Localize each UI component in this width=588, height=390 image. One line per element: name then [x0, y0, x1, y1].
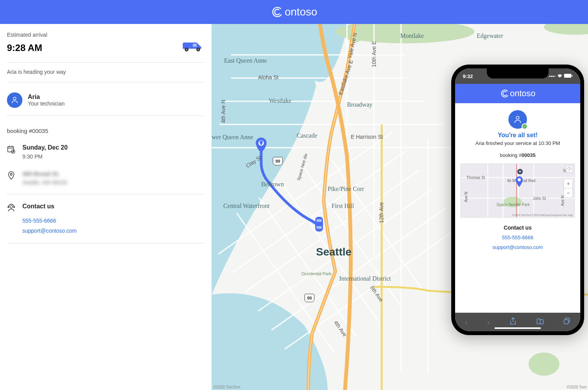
- phone-content: ✓ You're all set! Aria finished your ser…: [455, 103, 580, 261]
- svg-rect-64: [520, 171, 520, 172]
- svg-point-22: [529, 353, 559, 376]
- map-park-label: Space Needle Park: [496, 203, 530, 207]
- tabs-icon[interactable]: [563, 318, 570, 327]
- map-label: International District: [339, 275, 391, 282]
- map-label: Montlake: [400, 32, 424, 39]
- nav-back-button[interactable]: ‹: [465, 318, 467, 327]
- address-line2: Seattle, WA 98109: [22, 179, 67, 186]
- address-line1: 400 Broad St.: [22, 170, 67, 177]
- avatar-icon: [7, 92, 22, 108]
- booking-date: Sunday, Dec 20: [22, 144, 68, 151]
- zoom-out-button[interactable]: −: [564, 188, 573, 198]
- map-label: Central Waterfront: [223, 203, 270, 209]
- contact-title: Contact us: [22, 203, 54, 210]
- map-label: First Hill: [331, 203, 354, 209]
- confirmation-title: You're all set!: [461, 132, 575, 139]
- map-attribution: ©2020 TomTom: [213, 385, 240, 389]
- map-street-label: 12th Ave: [378, 202, 384, 223]
- wifi-icon: [557, 73, 563, 79]
- map-park-label: Occidental Park: [301, 271, 331, 276]
- svg-point-65: [518, 178, 521, 181]
- contact-email-link[interactable]: support@contoso.com: [22, 228, 204, 234]
- map-street-label: 10th Ave E: [371, 41, 377, 67]
- brand-logo: ontoso: [271, 5, 317, 19]
- headset-icon: [7, 204, 15, 212]
- avatar-icon: ✓: [508, 110, 527, 129]
- map-label: Edgewater: [477, 32, 503, 39]
- phone-header: ontoso: [455, 84, 580, 103]
- svg-point-6: [197, 49, 199, 50]
- map-label: Westlake: [269, 97, 291, 104]
- logo-c-icon: [500, 89, 510, 99]
- map-label: East Queen Anne: [224, 57, 267, 64]
- phone-status-icons: ▪▪▪▫: [549, 73, 573, 79]
- location-pin-icon: [515, 176, 523, 189]
- phone-booking-number: booking #00035: [461, 152, 575, 158]
- battery-icon: [564, 73, 573, 79]
- confirmation-desc: Aria finished your service at 10:30 PM: [461, 140, 575, 146]
- contact-phone-link[interactable]: 555-555-6666: [22, 218, 204, 224]
- tracking-map[interactable]: Montlake Edgewater East Queen Anne Westl…: [212, 24, 588, 390]
- booking-address-row: 400 Broad St. Seattle, WA 98109: [7, 168, 204, 194]
- map-street-label: Aloha St: [258, 74, 279, 80]
- hwy-shield-icon: 99: [273, 157, 283, 165]
- phone-notch: [487, 68, 549, 78]
- svg-rect-2: [193, 44, 197, 47]
- svg-rect-18: [14, 206, 15, 208]
- brand-text: ontoso: [285, 6, 317, 18]
- bookmarks-icon[interactable]: [536, 318, 544, 327]
- brand-text: ontoso: [510, 89, 535, 99]
- map-street-label: Ave N: [464, 192, 468, 202]
- contact-email-link[interactable]: support@contoso.com: [461, 244, 575, 250]
- home-indicator[interactable]: [495, 327, 541, 329]
- phone-map[interactable]: Thomas St tle Monorail Red Space Needle …: [461, 163, 575, 218]
- svg-rect-17: [8, 206, 9, 208]
- arrival-status: Aria is heading your way: [7, 69, 204, 82]
- tracking-panel: Estimated arrival 9:28 AM Aria is headin…: [0, 24, 212, 390]
- check-badge-icon: ✓: [522, 123, 528, 129]
- origin-pin-icon: [255, 138, 267, 150]
- app-header: ontoso: [0, 0, 588, 24]
- arrival-label: Estimated arrival: [7, 32, 204, 38]
- map-label: Broadway: [347, 101, 372, 108]
- svg-point-0: [271, 6, 284, 19]
- map-street-label: Thomas St: [466, 175, 485, 180]
- svg-rect-48: [564, 74, 571, 78]
- map-attribution: ©2020 TomTom ©2019 Microsoft Improve thi…: [512, 214, 573, 216]
- map-street-label: 4th Ave N: [220, 100, 226, 123]
- svg-point-1: [274, 8, 281, 15]
- svg-point-16: [10, 206, 13, 208]
- svg-rect-47: [316, 226, 322, 229]
- vehicle-icon: [313, 215, 325, 233]
- arrival-time: 9:28 AM: [7, 43, 42, 53]
- svg-point-7: [14, 97, 16, 100]
- svg-rect-66: [564, 320, 568, 324]
- svg-rect-49: [572, 75, 573, 77]
- map-info-button[interactable]: ⓘ: [566, 165, 573, 172]
- contact-phone-link[interactable]: 555-555-6666: [461, 235, 575, 240]
- phone-mockup: 9:32 ▪▪▪▫: [451, 65, 584, 335]
- booking-datetime-row: Sunday, Dec 20 9:30 PM: [7, 142, 204, 168]
- map-street-label: John St: [533, 196, 546, 201]
- map-attribution: ©2020 Tom: [567, 385, 586, 389]
- map-city-label: Seattle: [316, 246, 352, 258]
- svg-line-14: [13, 152, 14, 152]
- map-label: Belltown: [261, 181, 284, 188]
- zoom-control: + −: [564, 179, 573, 198]
- hwy-shield-icon: 99: [304, 294, 314, 302]
- svg-point-52: [516, 116, 519, 119]
- booking-time: 9:30 PM: [22, 153, 68, 160]
- svg-rect-45: [315, 217, 323, 232]
- nav-forward-button[interactable]: ›: [487, 318, 490, 327]
- signal-icon: ▪▪▪▫: [549, 73, 556, 79]
- svg-point-15: [10, 174, 12, 175]
- svg-point-4: [186, 49, 187, 50]
- calendar-icon: [7, 145, 15, 153]
- zoom-in-button[interactable]: +: [564, 179, 573, 188]
- share-icon[interactable]: [510, 317, 517, 327]
- map-label: wer Queen Anne: [212, 134, 253, 141]
- phone-clock: 9:32: [463, 73, 473, 79]
- technician-name: Aria: [28, 94, 65, 100]
- svg-rect-46: [316, 219, 322, 222]
- logo-c-icon: [271, 5, 284, 19]
